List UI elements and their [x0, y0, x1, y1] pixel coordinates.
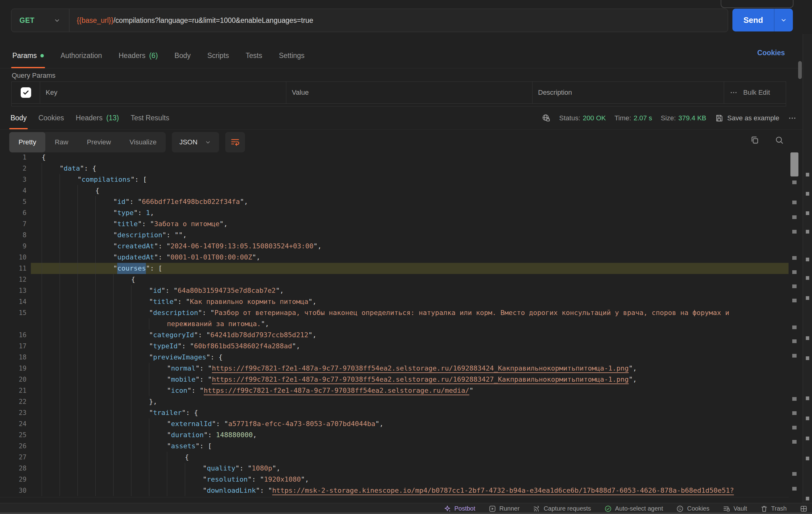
code-line[interactable]: 27{: [0, 452, 788, 463]
indent-guide: [60, 285, 78, 296]
select-all-checkbox[interactable]: [21, 87, 31, 98]
view-tab-preview[interactable]: Preview: [78, 132, 120, 152]
method-selector[interactable]: GET: [11, 9, 69, 32]
code-line[interactable]: 14"title": "Как правильно кормить питомц…: [0, 296, 788, 307]
bulk-edit-button[interactable]: Bulk Edit: [724, 82, 786, 103]
json-link[interactable]: https://f99c7821-f2e1-487a-9c77-97038ff5…: [204, 385, 469, 396]
response-tab-test-results[interactable]: Test Results: [130, 107, 169, 129]
statusbar-item-label: Postbot: [455, 505, 475, 512]
request-tab-settings[interactable]: Settings: [279, 43, 304, 68]
code-line[interactable]: 18"previewImages": {: [0, 352, 788, 363]
request-tab-params[interactable]: Params: [12, 43, 44, 68]
code-line[interactable]: 20"mobile": "https://f99c7821-f2e1-487a-…: [0, 374, 788, 385]
request-tab-body[interactable]: Body: [175, 43, 191, 68]
code-line[interactable]: 12{: [0, 274, 788, 285]
json-string: Забота о питомце: [154, 219, 219, 230]
code-line[interactable]: 21"icon": "https://f99c7821-f2e1-487a-9c…: [0, 385, 788, 396]
code-line[interactable]: 26"assets": [: [0, 440, 788, 452]
code-line[interactable]: 17"typeId": "60bf861bd5348602f4a288ad",: [0, 341, 788, 352]
send-button[interactable]: Send: [732, 9, 793, 31]
panel-layout-button[interactable]: [800, 505, 808, 513]
json-punctuation: ",: [276, 285, 284, 296]
json-punctuation: ": ": [235, 463, 252, 474]
code-line[interactable]: 19"normal": "https://f99c7821-f2e1-487a-…: [0, 363, 788, 374]
line-number: 22: [0, 396, 31, 407]
pane-scrollbar-thumb[interactable]: [798, 61, 802, 79]
request-tab-headers[interactable]: Headers(6): [119, 43, 158, 68]
response-tab-cookies[interactable]: Cookies: [38, 107, 64, 129]
json-link[interactable]: https://msk-2-storage.kinescope.io/mp4/b…: [272, 485, 734, 496]
code-line[interactable]: 29"resolution": "1920x1080",: [0, 474, 788, 485]
code-line[interactable]: 3"compilations": [: [0, 174, 788, 185]
overview-ruler-mark: [792, 397, 796, 401]
statusbar-item-trash[interactable]: Trash: [760, 505, 787, 513]
statusbar-item-runner[interactable]: Runner: [488, 505, 520, 513]
request-tab-tests[interactable]: Tests: [245, 43, 262, 68]
response-tab-headers[interactable]: Headers(13): [76, 107, 119, 129]
indent-guide: [78, 307, 95, 318]
view-tab-pretty[interactable]: Pretty: [9, 132, 45, 152]
response-body-editor[interactable]: 1{2"data": {3"compilations": [4{5"id": "…: [0, 152, 788, 497]
scrollbar-thumb[interactable]: [790, 152, 799, 176]
window-scrollbar-rail[interactable]: [803, 34, 812, 503]
code-line[interactable]: 30"downloadLink": "https://msk-2-storage…: [0, 485, 788, 496]
code-line[interactable]: 24"externalId": "a5771f8a-efcc-4a73-8053…: [0, 418, 788, 429]
code-line[interactable]: переживаний за питомца.",: [0, 318, 788, 330]
code-line[interactable]: 15"description": "Разбор от ветеринара, …: [0, 307, 788, 318]
code-line[interactable]: 4{: [0, 185, 788, 196]
response-tab-body[interactable]: Body: [10, 107, 27, 129]
statusbar-item-cookies[interactable]: Cookies: [676, 505, 709, 513]
code-line[interactable]: 7"title": "Забота о питомце",: [0, 219, 788, 230]
code-line[interactable]: 10"updatedAt": "0001-01-01T00:00:00Z",: [0, 252, 788, 263]
send-options-button[interactable]: [774, 9, 793, 31]
indent-guide: [42, 429, 60, 440]
line-number: 18: [0, 352, 31, 363]
json-link[interactable]: https://f99c7821-f2e1-487a-9c77-97038ff5…: [212, 374, 629, 385]
json-link[interactable]: https://f99c7821-f2e1-487a-9c77-97038ff5…: [212, 363, 629, 374]
indent-guide: [113, 341, 131, 352]
statusbar-item-auto-select-agent[interactable]: Auto-select agent: [604, 505, 663, 513]
indent-guide: [131, 429, 149, 440]
json-key: title: [117, 219, 138, 230]
code-line[interactable]: 6"type": 1,: [0, 207, 788, 219]
request-tab-scripts[interactable]: Scripts: [207, 43, 229, 68]
network-globe-icon[interactable]: [542, 114, 551, 123]
code-line[interactable]: 23"trailer": {: [0, 407, 788, 418]
url-input[interactable]: {{base_url}}/compilations?language=ru&li…: [69, 16, 314, 25]
size-indicator[interactable]: Size: 379.4 KB: [661, 114, 706, 122]
json-punctuation: ": [113, 241, 117, 252]
search-button[interactable]: [774, 135, 784, 145]
indent-guide: [78, 196, 95, 207]
code-line[interactable]: 1{: [0, 152, 788, 163]
statusbar-item-capture-requests[interactable]: Capture requests: [532, 505, 591, 513]
view-tab-raw[interactable]: Raw: [45, 132, 78, 152]
request-tab-authorization[interactable]: Authorization: [60, 43, 102, 68]
wrap-lines-button[interactable]: [225, 132, 245, 152]
code-line[interactable]: 9"createdAt": "2024-06-14T09:13:05.15080…: [0, 241, 788, 252]
statusbar-item-postbot[interactable]: Postbot: [443, 505, 475, 513]
view-tab-visualize[interactable]: Visualize: [120, 132, 166, 152]
json-key: mobile: [171, 374, 195, 385]
editor-scrollbar[interactable]: [788, 152, 803, 497]
code-line[interactable]: 8"description": "",: [0, 230, 788, 241]
statusbar-item-vault[interactable]: Vault: [723, 505, 747, 513]
code-line[interactable]: 25"duration": 148880000,: [0, 429, 788, 440]
code-line[interactable]: 5"id": "666bdf71ef498bcb022f34fa",: [0, 196, 788, 207]
response-more-options-button[interactable]: [788, 114, 796, 122]
status-indicator[interactable]: Status: 200 OK: [559, 114, 606, 122]
cookies-link[interactable]: Cookies: [757, 49, 785, 57]
code-line-selected[interactable]: 11"courses": [: [0, 263, 788, 274]
code-line[interactable]: 28"quality": "1080p",: [0, 463, 788, 474]
indent-guide: [78, 330, 95, 341]
json-punctuation: ": [113, 230, 117, 241]
code-line[interactable]: 22},: [0, 396, 788, 407]
format-dropdown[interactable]: JSON: [172, 132, 219, 152]
code-line[interactable]: 13"id": "64a80b31594735e7d8cab7e2",: [0, 285, 788, 296]
code-line[interactable]: 2"data": {: [0, 163, 788, 174]
time-indicator[interactable]: Time: 2.07 s: [614, 114, 652, 122]
copy-button[interactable]: [750, 135, 759, 145]
code-line[interactable]: 16"categoryId": "64241db78dd7937ccb85d21…: [0, 330, 788, 341]
indent-guide: [42, 407, 60, 418]
save-as-example-button[interactable]: Save as example: [715, 114, 779, 122]
indent-guide: [113, 396, 131, 407]
